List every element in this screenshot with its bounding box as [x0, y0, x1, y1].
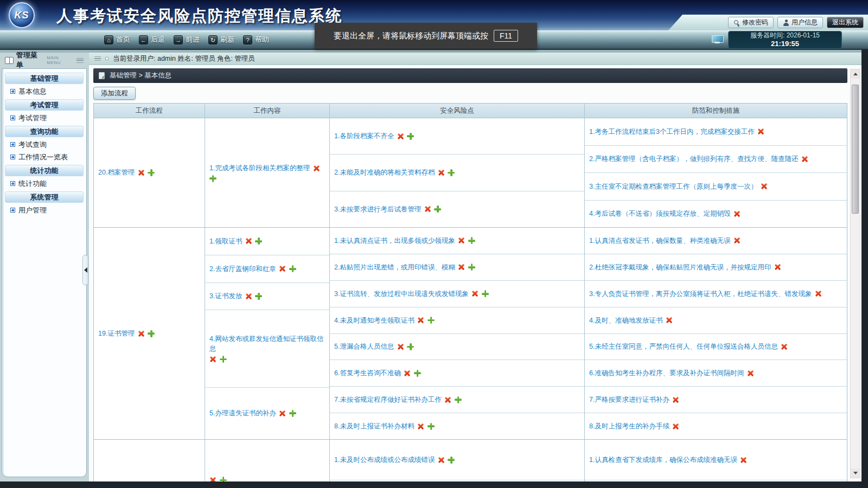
- sidebar-item[interactable]: 用户管理: [4, 204, 85, 216]
- add-icon[interactable]: [427, 423, 435, 430]
- delete-icon[interactable]: [740, 456, 748, 464]
- sidebar-item[interactable]: 考试管理: [4, 112, 85, 124]
- menu-item-icon: [10, 142, 15, 147]
- delete-icon[interactable]: [397, 343, 404, 350]
- cell-text: 4.及时、准确地发放证书: [589, 316, 662, 325]
- risk-cell: 6.答复考生咨询不准确: [330, 360, 584, 387]
- add-icon[interactable]: [414, 370, 421, 377]
- add-icon[interactable]: [209, 175, 216, 182]
- scroll-down-button[interactable]: [851, 468, 860, 478]
- delete-icon[interactable]: [672, 396, 680, 403]
- menu-toggle-icon[interactable]: [76, 58, 84, 63]
- delete-icon[interactable]: [437, 456, 445, 464]
- menu-group-header[interactable]: 系统管理: [5, 191, 84, 203]
- add-icon[interactable]: [220, 356, 227, 363]
- delete-icon[interactable]: [424, 206, 431, 213]
- menu-group-header[interactable]: 查询功能: [5, 126, 84, 137]
- measure-cell: 4.考后试卷（不送省）须按规定存放、定期销毁: [585, 201, 847, 228]
- menu-group-header[interactable]: 基础管理: [5, 73, 84, 84]
- content-cell: [205, 440, 329, 481]
- menu-group-label: 考试管理: [30, 100, 59, 110]
- delete-icon[interactable]: [672, 422, 680, 430]
- main-panel: 当前登录用户: admin 姓名: 管理员 角色: 管理员 基础管理 > 基本信…: [89, 53, 861, 481]
- delete-icon[interactable]: [437, 169, 445, 176]
- delete-icon[interactable]: [458, 237, 465, 245]
- delete-icon[interactable]: [245, 292, 252, 300]
- delete-icon[interactable]: [774, 264, 781, 271]
- sidebar-collapse-handle[interactable]: [82, 255, 88, 285]
- delete-icon[interactable]: [279, 409, 286, 417]
- delete-icon[interactable]: [801, 155, 808, 163]
- add-icon[interactable]: [407, 343, 414, 350]
- add-icon[interactable]: [455, 396, 462, 403]
- delete-icon[interactable]: [757, 128, 765, 136]
- add-flow-button[interactable]: 添加流程: [93, 87, 136, 100]
- delete-icon[interactable]: [746, 369, 754, 377]
- delete-icon[interactable]: [397, 132, 404, 140]
- cell-text: 5.未经主任室同意，严禁向任何人、任何单位报送合格人员信息: [589, 342, 778, 351]
- app-logo: KS: [9, 2, 35, 28]
- delete-icon[interactable]: [665, 317, 673, 324]
- add-icon[interactable]: [255, 293, 262, 300]
- add-icon[interactable]: [482, 290, 489, 297]
- delete-icon[interactable]: [471, 290, 479, 298]
- delete-icon[interactable]: [733, 237, 741, 245]
- cell-text: 20.档案管理: [98, 168, 135, 177]
- nav-item-refresh[interactable]: ↻刷新: [208, 35, 234, 44]
- sidebar-item-label: 统计功能: [18, 179, 47, 189]
- add-icon[interactable]: [255, 237, 262, 245]
- scrollbar-thumb[interactable]: [852, 85, 859, 214]
- delete-icon[interactable]: [137, 330, 145, 337]
- delete-icon[interactable]: [245, 237, 252, 245]
- add-icon[interactable]: [468, 237, 475, 244]
- menu-group-header[interactable]: 统计功能: [5, 165, 84, 176]
- sidebar-item[interactable]: 统计功能: [4, 177, 85, 190]
- delete-icon[interactable]: [733, 210, 741, 217]
- delete-icon[interactable]: [444, 396, 452, 403]
- sidebar-item[interactable]: 基本信息: [4, 85, 85, 98]
- risk-cell: 5.泄漏合格人员信息: [330, 334, 584, 361]
- nav-item-back[interactable]: ←后退: [139, 35, 165, 44]
- risk-cell: 2.粘贴照片出现差错，或用印错误、模糊: [330, 254, 584, 281]
- add-icon[interactable]: [448, 169, 455, 176]
- add-icon[interactable]: [148, 330, 155, 337]
- delete-icon[interactable]: [417, 317, 425, 324]
- cell-text: 1.完成考试各阶段相关档案的整理: [209, 163, 310, 173]
- change-password-button[interactable]: 修改密码: [728, 17, 774, 28]
- scroll-up-button[interactable]: [851, 69, 860, 79]
- delete-icon[interactable]: [279, 265, 286, 273]
- delete-icon[interactable]: [781, 343, 788, 350]
- add-icon[interactable]: [407, 133, 414, 140]
- content-cell: 5.办理遗失证书的补办: [205, 388, 329, 440]
- nav-item-forward[interactable]: →前进: [174, 35, 200, 44]
- add-icon[interactable]: [434, 206, 441, 213]
- monitor-icon: [712, 35, 723, 44]
- sidebar-item-label: 考试查询: [18, 140, 47, 150]
- delete-icon[interactable]: [417, 422, 425, 430]
- menu-group-header[interactable]: 考试管理: [5, 99, 84, 111]
- vertical-scrollbar[interactable]: [850, 69, 860, 478]
- cell-text: 1.未认真清点证书，出现多领或少领现象: [334, 236, 455, 246]
- delete-icon[interactable]: [814, 290, 822, 298]
- sidebar-item[interactable]: 考试查询: [4, 138, 85, 151]
- add-icon[interactable]: [289, 265, 296, 272]
- delete-icon[interactable]: [209, 477, 217, 482]
- delete-icon[interactable]: [209, 356, 217, 363]
- add-icon[interactable]: [427, 317, 435, 324]
- sidebar-item[interactable]: 工作情况一览表: [4, 151, 85, 163]
- nav-item-home[interactable]: ⌂首页: [104, 35, 130, 44]
- add-icon[interactable]: [289, 410, 296, 417]
- add-icon[interactable]: [448, 457, 455, 464]
- menu-group-label: 基础管理: [30, 74, 59, 84]
- add-icon[interactable]: [148, 169, 155, 176]
- logout-button[interactable]: 退出系统: [827, 17, 864, 28]
- add-icon[interactable]: [468, 264, 475, 271]
- delete-icon[interactable]: [458, 264, 465, 271]
- delete-icon[interactable]: [760, 183, 768, 190]
- add-icon[interactable]: [220, 477, 227, 481]
- delete-icon[interactable]: [312, 165, 320, 172]
- user-info-button[interactable]: 用户信息: [777, 17, 823, 28]
- nav-item-help[interactable]: ?帮助: [243, 35, 269, 44]
- delete-icon[interactable]: [404, 369, 411, 377]
- delete-icon[interactable]: [137, 169, 145, 177]
